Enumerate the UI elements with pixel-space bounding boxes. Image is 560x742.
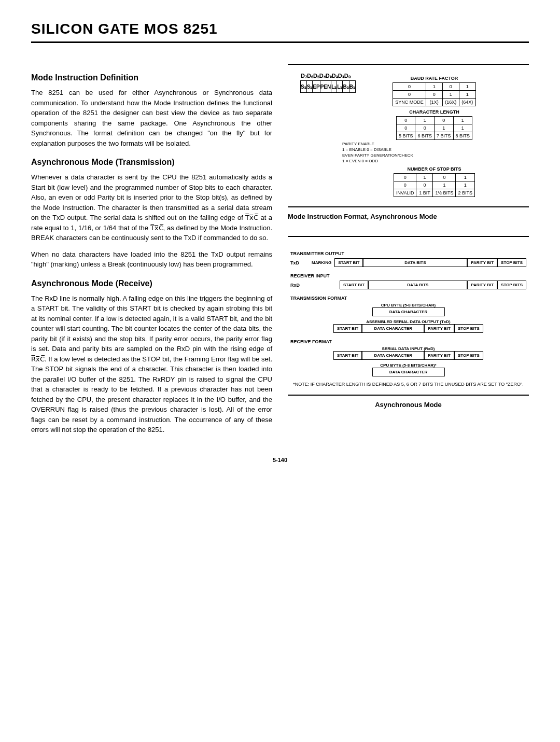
bit-d4: D₄ bbox=[319, 73, 326, 79]
tx-output-label: TRANSMITTER OUTPUT bbox=[290, 251, 526, 256]
baud-rate-label: BAUD RATE FACTOR bbox=[342, 76, 526, 81]
para-async-tx-a: Whenever a data character is sent by the… bbox=[31, 172, 272, 243]
rx-data-bits-box: DATA BITS bbox=[368, 281, 467, 289]
tx-format-label: TRANSMISSION FORMAT bbox=[290, 296, 526, 301]
asm-data-char: DATA CHARACTER bbox=[362, 324, 424, 333]
async-timing-diagram: TRANSMITTER OUTPUT TxD MARKING START BIT… bbox=[288, 236, 529, 396]
rx-stop-bits-box: STOP BITS bbox=[497, 281, 526, 289]
bit-d5: D₅ bbox=[313, 73, 319, 79]
cpu-byte-row: DATA CHARACTER bbox=[290, 307, 526, 316]
serial-input-label: SERIAL DATA INPUT (RxD) bbox=[290, 346, 526, 351]
even-parity-label: EVEN PARITY GENERATION/CHECK bbox=[342, 153, 526, 158]
rx-parity-bit-box: PARITY BIT bbox=[467, 281, 497, 289]
rx-input-label: RECEIVER INPUT bbox=[290, 273, 526, 278]
stop-bits-table: 0101 0011 INVALID1 BIT1½ BITS2 BITS bbox=[394, 173, 475, 197]
cpu-byte2-label: CPU BYTE (5-8 BITS/CHAR)* bbox=[290, 363, 526, 368]
heading-mode-def: Mode Instruction Definition bbox=[31, 73, 272, 82]
rxf-stop-bits: STOP BITS bbox=[454, 351, 483, 360]
register-row: S₂ S₁ EP PEN L₂ L₁ B₂ B₁ bbox=[301, 80, 332, 93]
bit-d2: D₂ bbox=[332, 73, 338, 79]
baud-rate-table: 0101 0011 SYNC MODE(1X)(16X)(64X) bbox=[393, 82, 476, 106]
heading-async-rx: Asynchronous Mode (Receive) bbox=[31, 279, 272, 288]
cpu-byte-label: CPU BYTE (5-8 BITS/CHAR) bbox=[290, 303, 526, 307]
two-column-layout: Mode Instruction Definition The 8251 can… bbox=[31, 64, 529, 441]
stop-bits-label: NUMBER OF STOP BITS bbox=[342, 166, 526, 172]
rxf-parity-bit: PARITY BIT bbox=[424, 351, 454, 360]
cpu-byte2-row: DATA CHARACTER bbox=[290, 368, 526, 376]
left-column: Mode Instruction Definition The 8251 can… bbox=[31, 64, 272, 441]
asm-stop-bits: STOP BITS bbox=[454, 324, 483, 333]
asm-output-label: ASSEMBLED SERIAL DATA OUTPUT (TxD) bbox=[290, 319, 526, 324]
async-mode-caption: Asynchronous Mode bbox=[288, 401, 529, 409]
parity-enable-values: 1 = ENABLE 0 = DISABLE bbox=[342, 147, 526, 152]
para-async-rx: The RxD line is normally high. A falling… bbox=[31, 293, 272, 435]
para-mode-def: The 8251 can be used for either Asynchro… bbox=[31, 88, 272, 148]
parity-enable-label: PARITY ENABLE bbox=[342, 142, 526, 146]
footnote: *NOTE: IF CHARACTER LENGTH IS DEFINED AS… bbox=[290, 382, 526, 387]
asm-output-row: START BIT DATA CHARACTER PARITY BIT STOP… bbox=[290, 324, 526, 333]
txd-lead: TxD bbox=[290, 260, 309, 265]
even-parity-values: 1 = EVEN 0 = ODD bbox=[342, 159, 526, 163]
para-async-tx-b: When no data characters have loaded into… bbox=[31, 249, 272, 270]
field-ep: EP bbox=[312, 80, 320, 93]
stop-bits-box: STOP BITS bbox=[497, 258, 526, 267]
rxf-start-bit: START BIT bbox=[333, 351, 362, 360]
serial-input-row: START BIT DATA CHARACTER PARITY BIT STOP… bbox=[290, 351, 526, 360]
heading-async-tx: Asynchronous Mode (Transmission) bbox=[31, 158, 272, 167]
rxd-lead: RxD bbox=[290, 283, 309, 288]
bit-header-row: D₇ D₆ D₅ D₄ D₃ D₂ D₁ D₀ bbox=[301, 73, 332, 79]
page-number: 5-140 bbox=[31, 457, 529, 463]
data-char-box: DATA CHARACTER bbox=[372, 307, 445, 316]
field-pen: PEN bbox=[320, 80, 332, 93]
rx-start-bit-box: START BIT bbox=[340, 281, 368, 289]
rxd-row: RxD START BIT DATA BITS PARITY BIT STOP … bbox=[290, 281, 526, 289]
start-bit-box: START BIT bbox=[334, 258, 363, 267]
marking-box: MARKING bbox=[309, 259, 334, 267]
data-bits-box: DATA BITS bbox=[363, 258, 467, 267]
txd-row: TxD MARKING START BIT DATA BITS PARITY B… bbox=[290, 258, 526, 267]
rxf-data-char: DATA CHARACTER bbox=[362, 351, 424, 360]
bit-d6: D₆ bbox=[307, 73, 313, 79]
data-char-box2: DATA CHARACTER bbox=[372, 368, 445, 376]
char-length-label: CHARACTER LENGTH bbox=[342, 109, 526, 115]
asm-start-bit: START BIT bbox=[333, 324, 362, 333]
char-length-table: 0101 0011 5 BITS6 BITS7 BITS8 BITS bbox=[396, 116, 472, 140]
rx-format-label: RECEIVE FORMAT bbox=[290, 339, 526, 344]
page-title: SILICON GATE MOS 8251 bbox=[31, 21, 529, 43]
parity-bit-box: PARITY BIT bbox=[467, 258, 497, 267]
bit-d7: D₇ bbox=[301, 73, 307, 79]
mode-diagram-caption: Mode Instruction Format, Asynchronous Mo… bbox=[288, 213, 529, 220]
asm-parity-bit: PARITY BIT bbox=[424, 324, 454, 333]
bit-d3: D₃ bbox=[326, 73, 332, 79]
mode-instruction-diagram: D₇ D₆ D₅ D₄ D₃ D₂ D₁ D₀ S₂ S₁ EP PEN bbox=[288, 64, 529, 207]
right-column: D₇ D₆ D₅ D₄ D₃ D₂ D₁ D₀ S₂ S₁ EP PEN bbox=[288, 64, 529, 441]
